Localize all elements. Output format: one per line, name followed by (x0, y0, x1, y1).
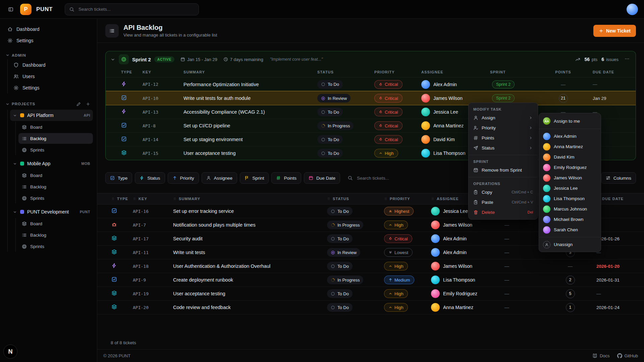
column-header[interactable]: POINTS (543, 70, 583, 74)
add-project-button[interactable] (84, 100, 92, 108)
column-header[interactable]: TYPE (111, 197, 133, 201)
sidebar-project[interactable]: API Platform API (10, 110, 93, 121)
status-badge[interactable]: In Progress (327, 221, 363, 229)
context-menu-item-copy[interactable]: CopyCtrl/Cmd + C (469, 187, 538, 197)
points-cell[interactable]: 2 (553, 276, 587, 285)
edit-projects-button[interactable] (75, 100, 82, 108)
status-badge[interactable]: To Do (327, 289, 353, 298)
assignee-option[interactable]: Alex Admin (539, 131, 601, 141)
column-header[interactable]: DUE DATE (583, 70, 630, 74)
sprint-menu-button[interactable] (625, 56, 630, 62)
assignee-option[interactable]: Emily Rodriguez (539, 162, 601, 173)
points-cell[interactable]: 5 (553, 289, 587, 298)
assignee-option[interactable]: Sarah Chen (539, 225, 601, 235)
docs-link[interactable]: Docs (592, 353, 610, 358)
column-header[interactable]: STATUS (327, 197, 384, 201)
priority-badge[interactable]: High (384, 289, 408, 298)
unassign-option[interactable]: Unassign (539, 239, 601, 250)
assignee-cell[interactable]: Alex Admin (431, 234, 500, 243)
column-header[interactable]: PRIORITY (374, 70, 421, 74)
filter-button-status[interactable]: Status (135, 172, 165, 184)
global-search[interactable] (65, 3, 199, 15)
column-header[interactable]: TYPE (121, 70, 143, 74)
filter-button-priority[interactable]: Priority (168, 172, 199, 184)
assignee-cell[interactable]: Lisa Thompson (431, 276, 500, 284)
assignee-cell[interactable]: Emily Rodriguez (431, 289, 500, 298)
priority-badge[interactable]: Highest (384, 207, 414, 216)
sidebar-item-dashboard[interactable]: Dashboard (4, 23, 93, 35)
sidebar-item-settings[interactable]: Settings (4, 35, 93, 46)
sprint-cell[interactable]: — (500, 305, 553, 310)
collapse-sprint-button[interactable] (110, 57, 115, 62)
sidebar-item-admin-dashboard[interactable]: Dashboard (10, 59, 93, 71)
due-date-cell[interactable]: — (583, 82, 630, 87)
context-menu-item-priority[interactable]: Priority (469, 123, 538, 133)
context-menu-item-assign[interactable]: Assign (469, 113, 538, 123)
priority-badge[interactable]: Critical (374, 108, 402, 116)
sprint-cell[interactable]: — (500, 277, 553, 283)
assignee-option[interactable]: Marcus Johnson (539, 204, 601, 214)
priority-badge[interactable]: Critical (374, 121, 402, 130)
status-badge[interactable]: To Do (327, 234, 353, 243)
status-badge[interactable]: In Progress (317, 121, 354, 130)
filter-button-due-date[interactable]: Due Date (304, 172, 340, 184)
priority-badge[interactable]: High (384, 303, 408, 312)
assignee-option[interactable]: Lisa Thompson (539, 193, 601, 204)
table-row[interactable]: API-12 Performance Optimization Initiati… (106, 77, 636, 91)
table-row[interactable]: API-20 Code review and feedback To Do Hi… (97, 301, 644, 314)
assignee-option[interactable]: Anna Martinez (539, 141, 601, 152)
table-row[interactable]: API-19 User acceptance testing To Do Hig… (97, 287, 644, 301)
filter-button-type[interactable]: Type (105, 172, 132, 184)
context-menu-item-paste[interactable]: PasteCtrl/Cmd + V (469, 197, 538, 207)
points-cell[interactable]: 21 (543, 94, 583, 103)
points-cell[interactable]: — (543, 82, 583, 87)
sprint-cell[interactable]: — (500, 291, 553, 296)
sidebar-project-item[interactable]: Backlog (18, 133, 93, 144)
status-badge[interactable]: In Review (327, 248, 360, 257)
global-search-input[interactable] (78, 6, 195, 12)
column-header[interactable]: ASSIGNEE (421, 70, 490, 74)
admin-section-header[interactable]: ADMIN (4, 53, 93, 57)
due-date-cell[interactable]: 2026-01-31 (587, 278, 637, 283)
table-row[interactable]: API-10 Write unit tests for auth module … (106, 91, 636, 105)
assignee-cell[interactable]: James Wilson (421, 94, 490, 103)
assignee-option[interactable]: David Kim (539, 152, 601, 162)
sidebar-item-admin-users[interactable]: Users (10, 71, 93, 82)
points-cell[interactable]: 1 (553, 303, 587, 312)
priority-badge[interactable]: Medium (384, 276, 414, 284)
projects-section-header[interactable]: PROJECTS (4, 100, 93, 108)
context-menu-item-remove-from-sprint[interactable]: Remove from Sprint (469, 165, 538, 175)
priority-badge[interactable]: High (384, 262, 408, 270)
priority-badge[interactable]: Critical (374, 135, 402, 144)
sidebar-project-item[interactable]: Sprints (18, 193, 93, 203)
column-header[interactable]: KEY (143, 70, 183, 74)
due-date-cell[interactable]: 2026-01-24 (587, 305, 637, 310)
sidebar-project-item[interactable]: Board (18, 170, 93, 181)
status-badge[interactable]: To Do (317, 80, 343, 89)
sprint-cell[interactable]: — (500, 263, 553, 269)
status-badge[interactable]: To Do (327, 207, 353, 216)
assignee-cell[interactable]: James Wilson (431, 262, 500, 270)
assignee-option[interactable]: Jessica Lee (539, 183, 601, 193)
sprint-cell[interactable]: Sprint 2 (490, 94, 543, 102)
priority-badge[interactable]: Critical (374, 80, 402, 89)
sidebar-project-item[interactable]: Sprints (18, 144, 93, 155)
assignee-option[interactable]: James Wilson (539, 173, 601, 183)
assignee-cell[interactable]: Alex Admin (421, 80, 490, 89)
assign-to-me-option[interactable]: AAAssign to me (539, 115, 601, 127)
priority-badge[interactable]: Critical (384, 234, 412, 243)
filter-button-assignee[interactable]: Assignee (202, 172, 237, 184)
column-header[interactable]: SUMMARY (173, 197, 327, 201)
due-date-cell[interactable]: 2026-01-20 (587, 264, 637, 269)
table-row[interactable]: API-9 Create deployment runbook In Progr… (97, 273, 644, 287)
status-badge[interactable]: To Do (317, 108, 343, 116)
priority-badge[interactable]: High (374, 149, 398, 158)
column-header[interactable]: PRIORITY (384, 197, 431, 201)
assignee-cell[interactable]: Alex Admin (431, 248, 500, 257)
sidebar-project-item[interactable]: Sprints (18, 241, 93, 252)
sidebar-project-item[interactable]: Backlog (18, 230, 93, 240)
priority-badge[interactable]: Lowest (384, 248, 413, 257)
column-header[interactable]: SPRINT (490, 70, 543, 74)
assignee-cell[interactable]: James Wilson (431, 221, 500, 229)
sidebar-project-item[interactable]: Board (18, 218, 93, 229)
